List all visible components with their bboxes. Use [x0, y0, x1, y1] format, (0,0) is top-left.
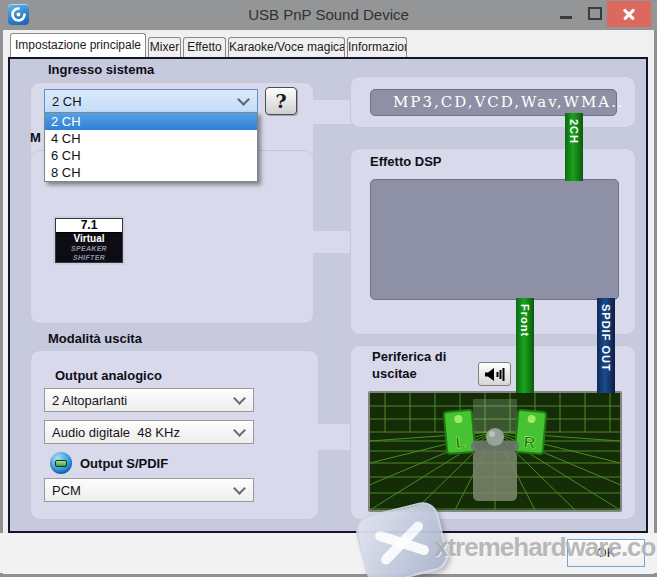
dropdown-option-4ch[interactable]: 4 CH — [45, 130, 257, 147]
watermark-text: xtremehardware.com — [434, 532, 657, 563]
periferica-heading-line2: uscitae — [372, 366, 417, 381]
minimize-button[interactable] — [553, 0, 579, 27]
room-screen — [473, 399, 517, 433]
speakers-select[interactable]: 2 Altoparlanti — [44, 388, 254, 412]
chevron-down-icon — [233, 482, 246, 495]
dropdown-option-8ch[interactable]: 8 CH — [45, 164, 257, 181]
pipe-front-label: Front — [519, 304, 531, 337]
tab-informazioni[interactable]: Informazioni — [347, 37, 407, 57]
pipe-spdif-out: SPDIF OUT — [597, 298, 615, 393]
covered-heading: M — [30, 130, 41, 145]
tab-karaoke-voce-magica[interactable]: Karaoke/Voce magica — [228, 37, 345, 57]
ingresso-sistema-heading: Ingresso sistema — [48, 62, 154, 77]
minimize-icon — [560, 16, 572, 19]
dropdown-option-2ch[interactable]: 2 CH — [45, 113, 257, 130]
virtual-speaker-shifter-button[interactable]: 7.1 Virtual SPEAKER SHIFTER — [55, 218, 123, 263]
pipe-spdif-out-label: SPDIF OUT — [600, 304, 612, 372]
right-speaker-label: R — [523, 433, 536, 451]
tab-mixer[interactable]: Mixer — [148, 37, 181, 57]
channels-select[interactable]: 2 CH — [44, 89, 258, 113]
channels-dropdown-list: 2 CH 4 CH 6 CH 8 CH — [44, 112, 258, 182]
channels-select-value: 2 CH — [52, 94, 82, 109]
help-button[interactable]: ? — [265, 87, 297, 115]
speakers-select-value: 2 Altoparlanti — [52, 393, 127, 408]
source-display: MP3,CD,VCD,Wav,WMA.. — [370, 89, 617, 116]
connector-shifter-dsp — [308, 231, 354, 253]
spdif-format-select[interactable]: PCM — [44, 478, 254, 502]
spdif-format-select-value: PCM — [52, 483, 81, 498]
room-right-speaker[interactable]: R — [515, 410, 547, 454]
spdif-icon — [50, 452, 72, 474]
shifter-speaker-shifter-label: SPEAKER SHIFTER — [56, 244, 122, 262]
chevron-down-icon — [233, 424, 246, 437]
tab-impostazione-principale[interactable]: Impostazione principale — [10, 33, 146, 57]
close-button[interactable] — [607, 1, 651, 27]
tab-effetto[interactable]: Effetto — [183, 37, 226, 57]
maximize-button[interactable] — [582, 0, 608, 27]
room-left-speaker[interactable]: L — [444, 410, 476, 454]
shifter-71-label: 7.1 — [56, 219, 122, 233]
digital-audio-select[interactable]: Audio digitale 48 KHz — [44, 420, 254, 444]
connector-output-device — [308, 424, 354, 450]
output-spdif-heading: Output S/PDIF — [80, 456, 168, 471]
speaker-icon — [484, 367, 506, 382]
chevron-down-icon — [233, 392, 246, 405]
modalita-uscita-heading: Modalità uscita — [48, 331, 142, 346]
pipe-2ch-label: 2CH — [568, 119, 580, 144]
output-analogico-heading: Output analogico — [55, 368, 162, 383]
chevron-down-icon — [237, 93, 250, 106]
listening-room: L R — [368, 391, 622, 512]
speaker-test-button[interactable] — [478, 362, 511, 386]
effetto-dsp-heading: Effetto DSP — [370, 154, 442, 169]
dropdown-option-6ch[interactable]: 6 CH — [45, 147, 257, 164]
pipe-2ch: 2CH — [565, 113, 583, 181]
periferica-heading-line1: Periferica di — [372, 349, 446, 364]
shifter-virtual-label: Virtual — [56, 233, 122, 244]
dsp-display — [370, 179, 619, 300]
maximize-icon — [588, 7, 602, 20]
close-icon — [621, 6, 637, 22]
window: USB PnP Sound Device Impostazione princi… — [0, 0, 657, 577]
digital-audio-select-value: Audio digitale 48 KHz — [52, 425, 180, 440]
connector-input-source — [308, 100, 354, 124]
pipe-front: Front — [516, 298, 534, 393]
left-speaker-label: L — [455, 433, 466, 451]
title-bar: USB PnP Sound Device — [0, 0, 657, 30]
